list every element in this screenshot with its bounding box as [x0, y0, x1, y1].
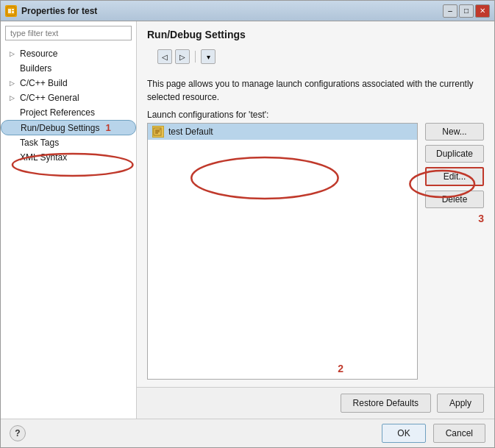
- minimize-button[interactable]: –: [443, 4, 457, 18]
- arrow-spacer-5: [10, 154, 17, 161]
- svg-rect-2: [12, 9, 14, 10]
- sidebar-item-cpp-general[interactable]: ▷ C/C++ General: [1, 90, 136, 105]
- delete-button[interactable]: Delete: [425, 191, 484, 208]
- panel-title: Run/Debug Settings: [147, 29, 484, 40]
- window-title: Properties for test: [21, 6, 443, 16]
- duplicate-button[interactable]: Duplicate: [425, 145, 484, 163]
- panel-body: test Default 2 New... Duplicate Edit... …: [137, 123, 494, 387]
- filter-input[interactable]: [5, 26, 132, 40]
- titlebar-controls: – □ ✕: [443, 4, 490, 18]
- annotation-1: 1: [105, 122, 110, 133]
- help-button[interactable]: ?: [10, 425, 26, 441]
- configurations-list[interactable]: test Default 2: [147, 123, 418, 380]
- sidebar-item-resource[interactable]: ▷ Resource: [1, 46, 136, 61]
- forward-button[interactable]: ▷: [175, 49, 190, 64]
- cancel-button[interactable]: Cancel: [433, 424, 485, 443]
- arrow-spacer-2: [10, 109, 17, 116]
- annotation-2: 2: [338, 363, 343, 374]
- dropdown-button[interactable]: ▾: [201, 49, 216, 64]
- sidebar-item-task-tags[interactable]: Task Tags: [1, 135, 136, 150]
- ok-button[interactable]: OK: [382, 424, 425, 443]
- sidebar-item-builders[interactable]: Builders: [1, 61, 136, 76]
- svg-rect-1: [8, 9, 11, 13]
- panel-header: Run/Debug Settings ◁ ▷ ▾: [137, 21, 494, 71]
- toolbar-separator: [195, 51, 196, 63]
- titlebar: Properties for test – □ ✕: [1, 1, 494, 21]
- sidebar-item-xml-syntax[interactable]: XML Syntax: [1, 150, 136, 165]
- restore-defaults-button[interactable]: Restore Defaults: [341, 394, 431, 413]
- list-item-test-default[interactable]: test Default: [148, 124, 417, 140]
- svg-rect-3: [12, 11, 14, 13]
- panel-description: This page allows you to manage launch co…: [137, 71, 494, 110]
- close-button[interactable]: ✕: [475, 4, 490, 18]
- panel-toolbar: ◁ ▷ ▾: [147, 46, 484, 67]
- back-button[interactable]: ◁: [157, 49, 172, 64]
- action-buttons: New... Duplicate Edit... Delete 3: [425, 123, 484, 380]
- arrow-icon: ▷: [10, 50, 17, 57]
- arrow-spacer: [10, 65, 17, 72]
- arrow-icon-3: ▷: [10, 94, 17, 102]
- annotation-3: 3: [425, 213, 484, 224]
- main-content: ▷ Resource Builders ▷ C/C++ Build ▷ C/C+…: [1, 21, 494, 419]
- maximize-button[interactable]: □: [459, 4, 474, 18]
- apply-button[interactable]: Apply: [437, 394, 484, 413]
- sidebar: ▷ Resource Builders ▷ C/C++ Build ▷ C/C+…: [1, 21, 137, 419]
- arrow-spacer-3: [10, 124, 18, 132]
- bottom-bar: Restore Defaults Apply: [137, 387, 494, 419]
- sidebar-item-cpp-build[interactable]: ▷ C/C++ Build: [1, 76, 136, 90]
- edit-button[interactable]: Edit...: [425, 167, 484, 186]
- window-icon: [5, 5, 17, 17]
- sidebar-item-run-debug[interactable]: Run/Debug Settings 1: [1, 120, 136, 135]
- tree-items: ▷ Resource Builders ▷ C/C++ Build ▷ C/C+…: [1, 45, 136, 419]
- new-button[interactable]: New...: [425, 123, 484, 141]
- arrow-icon-2: ▷: [10, 79, 17, 87]
- config-icon: [152, 126, 164, 138]
- footer-bar: ? OK Cancel: [1, 419, 494, 447]
- launch-label: Launch configurations for 'test':: [137, 110, 494, 123]
- arrow-spacer-4: [10, 139, 17, 146]
- right-panel: Run/Debug Settings ◁ ▷ ▾ This page allow…: [137, 21, 494, 419]
- main-window: Properties for test – □ ✕ ▷ Resource: [0, 0, 495, 448]
- sidebar-item-project-references[interactable]: Project References: [1, 105, 136, 120]
